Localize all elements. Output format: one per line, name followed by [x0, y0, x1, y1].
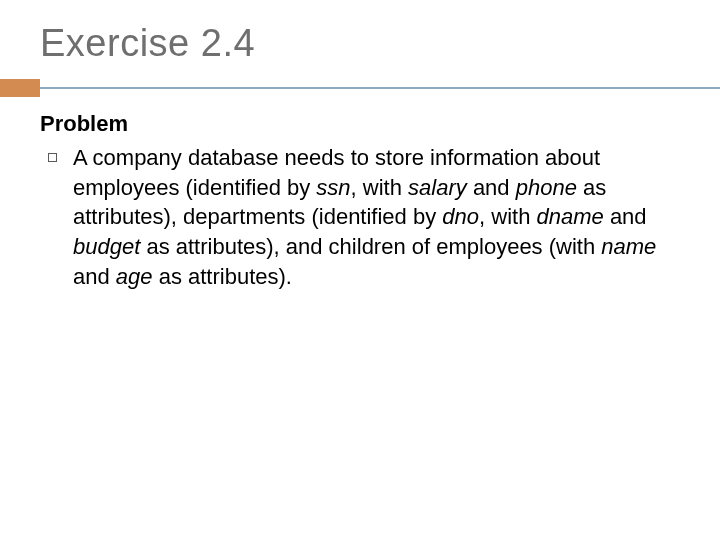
problem-body-text: A company database needs to store inform… [73, 143, 680, 291]
divider-accent-block [0, 79, 40, 97]
problem-heading: Problem [40, 111, 680, 137]
text-run: as attributes), and children of employee… [140, 234, 601, 259]
text-run: and [467, 175, 516, 200]
content-area: Problem A company database needs to stor… [40, 111, 680, 291]
square-bullet-icon [48, 153, 57, 162]
text-run: , with [479, 204, 536, 229]
slide-title: Exercise 2.4 [40, 22, 680, 65]
italic-age: age [116, 264, 153, 289]
italic-dname: dname [536, 204, 603, 229]
italic-salary: salary [408, 175, 467, 200]
text-run: and [73, 264, 116, 289]
divider-line [0, 87, 720, 89]
italic-budget: budget [73, 234, 140, 259]
text-run: and [604, 204, 647, 229]
text-run: as attributes). [153, 264, 292, 289]
text-run: , with [351, 175, 408, 200]
bullet-item: A company database needs to store inform… [40, 143, 680, 291]
slide: Exercise 2.4 Problem A company database … [0, 0, 720, 540]
italic-dno: dno [442, 204, 479, 229]
italic-ssn: ssn [316, 175, 350, 200]
title-divider [0, 79, 720, 97]
italic-name: name [601, 234, 656, 259]
italic-phone: phone [516, 175, 577, 200]
